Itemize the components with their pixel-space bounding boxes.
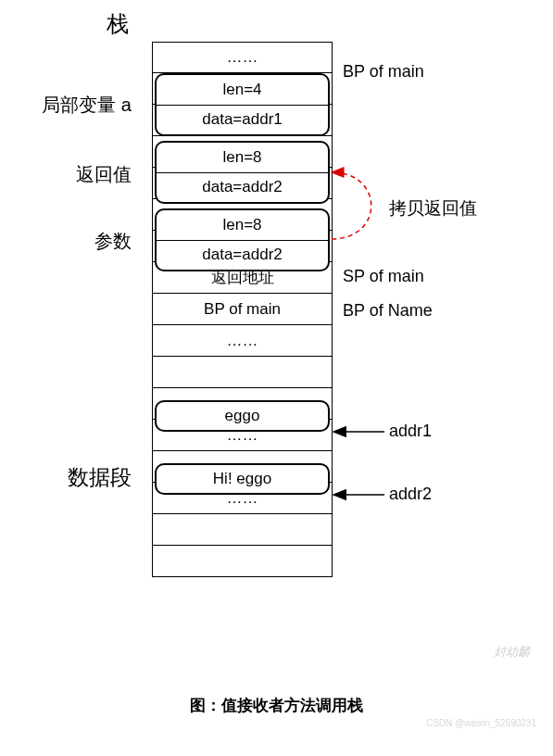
cell-blank1 [152, 357, 333, 388]
label-sp-of-main: SP of main [343, 267, 424, 286]
block-hi-eggo: Hi! eggo [155, 463, 330, 495]
cell-blank2 [152, 514, 333, 546]
label-data-segment: 数据段 [11, 463, 132, 492]
watermark-csdn: CSDN @weixin_52690231 [426, 718, 536, 728]
cell-dots2: …… [152, 325, 333, 357]
label-return-value: 返回值 [11, 162, 132, 187]
label-copy-return-value: 拷贝返回值 [389, 196, 477, 220]
watermark-author: 封幼麟 [494, 644, 530, 661]
label-param: 参数 [11, 229, 132, 254]
label-bp-of-main: BP of main [343, 62, 424, 82]
label-local-var-a: 局部变量 a [11, 93, 132, 118]
block-hieggo-value: Hi! eggo [157, 465, 328, 493]
block-param-len: len=8 [157, 210, 328, 240]
cell-dots1: …… [152, 42, 333, 73]
cell-bp-main: BP of main [152, 294, 333, 325]
label-addr1: addr1 [389, 422, 432, 441]
block-vara-len: len=4 [157, 75, 328, 105]
label-bp-of-name: BP of Name [343, 301, 433, 321]
arrow-copy-return [332, 172, 371, 239]
block-param-data: data=addr2 [157, 240, 328, 271]
cell-blank3 [152, 546, 333, 577]
block-ret-len: len=8 [157, 143, 328, 172]
block-return-value: len=8 data=addr2 [155, 141, 330, 204]
block-local-var-a: len=4 data=addr1 [155, 73, 330, 136]
block-eggo: eggo [155, 400, 330, 432]
block-eggo-value: eggo [157, 402, 328, 430]
block-vara-data: data=addr1 [157, 105, 328, 135]
figure-caption: 图：值接收者方法调用栈 [0, 695, 553, 716]
block-ret-data: data=addr2 [157, 172, 328, 203]
title-stack: 栈 [107, 9, 129, 39]
block-param: len=8 data=addr2 [155, 208, 330, 271]
label-addr2: addr2 [389, 485, 432, 504]
